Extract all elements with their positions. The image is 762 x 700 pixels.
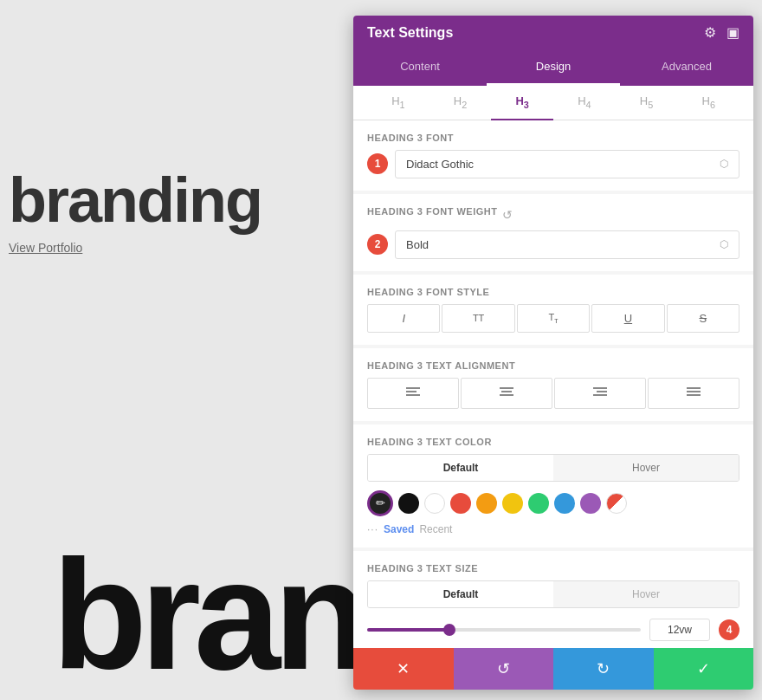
text-size-dh-tabs: Default Hover (367, 580, 739, 608)
heading-tab-h4[interactable]: H4 (553, 86, 616, 120)
swatch-purple[interactable] (580, 493, 601, 514)
font-weight-value: Bold (406, 238, 429, 251)
heading-tab-h2[interactable]: H2 (429, 86, 492, 120)
tab-advanced[interactable]: Advanced (620, 49, 753, 86)
color-picker-button[interactable]: ✏ (367, 490, 393, 516)
tab-design[interactable]: Design (487, 49, 620, 86)
font-weight-select[interactable]: Bold ⬡ (395, 230, 739, 259)
redo-icon: ↻ (597, 659, 610, 678)
color-swatches-row: ✏ (367, 490, 739, 516)
font-select-arrow: ⬡ (720, 158, 728, 170)
panel-header: Text Settings ⚙ ▣ (353, 16, 753, 49)
svg-rect-0 (406, 387, 420, 389)
pencil-icon: ✏ (376, 496, 385, 509)
text-color-section: Heading 3 Text Color Default Hover ✏ (353, 425, 753, 548)
text-settings-panel: Text Settings ⚙ ▣ Content Design Advance… (353, 16, 753, 690)
dots-icon[interactable]: ··· (367, 523, 378, 535)
swatch-yellow[interactable] (502, 493, 523, 514)
bg-branding-large: bran (52, 537, 362, 693)
heading-tab-h1[interactable]: H1 (367, 86, 429, 120)
heading-tab-h3[interactable]: H3 (491, 86, 553, 120)
font-section: Heading 3 Font 1 Didact Gothic ⬡ (353, 120, 753, 191)
style-strikethrough-btn[interactable]: S (667, 304, 739, 333)
font-section-label: Heading 3 Font (367, 133, 739, 143)
font-weight-label: Heading 3 Font Weight (367, 206, 497, 217)
recent-label: Recent (419, 523, 452, 535)
align-right-btn[interactable] (554, 378, 646, 409)
svg-rect-2 (406, 394, 420, 396)
color-hover-tab[interactable]: Hover (553, 455, 739, 481)
align-left-btn[interactable] (367, 378, 459, 409)
text-size-hover-tab[interactable]: Hover (553, 581, 739, 607)
confirm-icon: ✓ (697, 659, 710, 678)
text-size-badge: 4 (719, 619, 739, 640)
panel-header-icons: ⚙ ▣ (704, 24, 739, 41)
panel-title: Text Settings (367, 25, 453, 41)
text-size-slider-row: 4 (367, 619, 739, 641)
main-tabs: Content Design Advanced (353, 49, 753, 86)
svg-rect-14 (687, 394, 701, 396)
svg-rect-10 (593, 394, 607, 396)
font-weight-section: Heading 3 Font Weight ↺ 2 Bold ⬡ (353, 194, 753, 271)
undo-button[interactable]: ↺ (454, 648, 554, 690)
text-size-section: Heading 3 Text Size Default Hover 4 (353, 551, 753, 648)
align-justify-btn[interactable] (648, 378, 739, 409)
swatch-red[interactable] (450, 493, 471, 514)
text-size-fill (367, 628, 449, 632)
style-underline-btn[interactable]: U (591, 304, 664, 333)
svg-rect-9 (597, 391, 607, 392)
font-value: Didact Gothic (406, 158, 474, 171)
panel-content: H1 H2 H3 H4 H5 H6 Heading 3 Font 1 Didac… (353, 86, 753, 648)
bottom-toolbar: ✕ ↺ ↻ ✓ (353, 648, 753, 690)
undo-icon: ↺ (497, 659, 510, 678)
font-style-section: Heading 3 Font Style I TT Tт U S (353, 275, 753, 345)
style-italic-btn[interactable]: I (367, 304, 440, 333)
swatch-custom[interactable] (606, 493, 627, 514)
confirm-button[interactable]: ✓ (654, 648, 754, 690)
bg-branding-text: branding (9, 165, 262, 236)
text-color-label: Heading 3 Text Color (367, 437, 739, 447)
style-uppercase-btn[interactable]: TT (442, 304, 514, 333)
cancel-button[interactable]: ✕ (353, 648, 454, 690)
settings-icon[interactable]: ⚙ (704, 24, 716, 41)
svg-rect-1 (406, 391, 417, 392)
font-badge: 1 (367, 153, 388, 174)
font-select[interactable]: Didact Gothic ⬡ (395, 150, 739, 178)
font-select-row: 1 Didact Gothic ⬡ (367, 150, 739, 178)
font-weight-label-row: Heading 3 Font Weight ↺ (367, 206, 739, 224)
swatch-orange[interactable] (476, 493, 497, 514)
svg-rect-4 (500, 387, 513, 389)
style-capitalize-btn[interactable]: Tт (517, 304, 590, 333)
cancel-icon: ✕ (397, 659, 410, 678)
swatch-green[interactable] (528, 493, 549, 514)
saved-recent-row: ··· Saved Recent (367, 523, 739, 535)
heading-tab-h5[interactable]: H5 (616, 86, 678, 120)
font-weight-arrow: ⬡ (720, 238, 728, 250)
layout-icon[interactable]: ▣ (726, 24, 739, 41)
color-default-tab[interactable]: Default (368, 455, 553, 481)
svg-rect-8 (593, 387, 607, 389)
color-default-hover-tabs: Default Hover (367, 454, 739, 482)
text-size-input[interactable] (649, 619, 710, 641)
text-size-default-tab[interactable]: Default (368, 581, 553, 607)
text-alignment-label: Heading 3 Text Alignment (367, 360, 739, 371)
font-style-buttons: I TT Tт U S (367, 304, 739, 333)
svg-rect-6 (500, 394, 513, 396)
swatch-blue[interactable] (554, 493, 575, 514)
tab-content[interactable]: Content (353, 49, 487, 86)
saved-label: Saved (384, 523, 414, 535)
heading-tab-h6[interactable]: H6 (677, 86, 739, 120)
align-center-btn[interactable] (461, 378, 552, 409)
bg-view-portfolio: View Portfolio (9, 241, 82, 255)
text-size-slider[interactable] (367, 628, 641, 632)
heading-tabs: H1 H2 H3 H4 H5 H6 (353, 86, 753, 120)
text-size-label: Heading 3 Text Size (367, 563, 739, 574)
swatch-white[interactable] (424, 493, 445, 514)
svg-rect-12 (687, 387, 701, 389)
text-alignment-section: Heading 3 Text Alignment (353, 348, 753, 421)
swatch-black[interactable] (398, 493, 419, 514)
font-weight-select-row: 2 Bold ⬡ (367, 230, 739, 259)
redo-button[interactable]: ↻ (553, 648, 654, 690)
text-size-thumb[interactable] (443, 624, 455, 636)
font-weight-reset-icon[interactable]: ↺ (502, 208, 513, 222)
